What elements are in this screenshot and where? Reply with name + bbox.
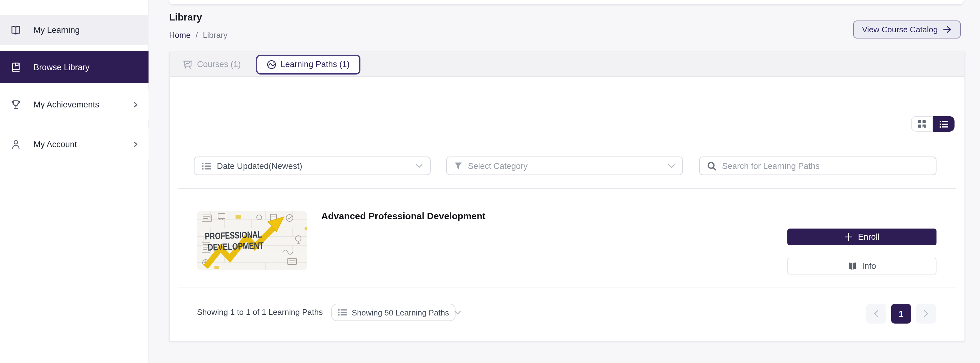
search-input[interactable]: [722, 161, 928, 170]
learning-path-thumbnail[interactable]: PROFESSIONAL DEVELOPMENT: [197, 211, 307, 270]
tab-courses[interactable]: Courses (1): [183, 59, 241, 69]
top-bar-remnant: [169, 0, 964, 4]
page-size-dropdown[interactable]: Showing 50 Learning Paths: [331, 304, 455, 321]
open-book-filled-icon: [848, 262, 857, 271]
info-button[interactable]: Info: [788, 258, 937, 274]
tab-learning-paths[interactable]: Learning Paths (1): [256, 54, 360, 74]
search-box: [699, 157, 937, 175]
grid-view-button[interactable]: [911, 116, 933, 132]
sidebar-item-my-achievements[interactable]: My Achievements: [0, 89, 148, 120]
divider: [178, 287, 956, 288]
tab-learning-paths-label: Learning Paths (1): [281, 60, 350, 69]
list-ul-icon: [202, 162, 211, 170]
tab-bar: Courses (1) Learning Paths (1): [170, 52, 964, 77]
view-course-catalog-label: View Course Catalog: [862, 25, 938, 34]
list-view-icon: [939, 120, 948, 128]
page-size-value: Showing 50 Learning Paths: [352, 308, 449, 317]
library-content-card: Courses (1) Learning Paths (1): [169, 52, 965, 342]
sidebar-item-label: My Account: [33, 139, 77, 149]
sidebar-item-browse-library[interactable]: Browse Library: [0, 51, 148, 83]
breadcrumb-current: Library: [203, 30, 228, 40]
route-circle-icon: [266, 59, 276, 69]
category-dropdown[interactable]: Select Category: [446, 157, 683, 175]
plus-icon: [844, 233, 852, 241]
enroll-label: Enroll: [858, 232, 879, 242]
sidebar-item-my-learning[interactable]: My Learning: [0, 15, 148, 45]
breadcrumb: Home / Library: [169, 30, 228, 40]
card-body: Date Updated(Newest) Select Category: [170, 77, 964, 342]
results-count-text: Showing 1 to 1 of 1 Learning Paths: [197, 308, 323, 317]
sort-dropdown[interactable]: Date Updated(Newest): [194, 157, 431, 175]
next-page-button[interactable]: [916, 304, 936, 323]
info-label: Info: [862, 262, 876, 271]
category-dropdown-placeholder: Select Category: [468, 161, 662, 170]
user-icon: [11, 139, 21, 149]
bookmark-book-icon: [11, 62, 21, 72]
sidebar-item-label: My Learning: [33, 25, 80, 35]
funnel-icon: [454, 162, 462, 170]
sidebar-item-my-account[interactable]: My Account: [0, 128, 148, 160]
pagination: 1: [866, 304, 936, 323]
page-title: Library: [169, 12, 202, 23]
chevron-down-icon: [416, 164, 423, 168]
previous-page-button[interactable]: [866, 304, 886, 323]
thumbnail-text-line2: DEVELOPMENT: [208, 240, 264, 252]
breadcrumb-separator: /: [196, 30, 197, 40]
tab-courses-label: Courses (1): [197, 60, 241, 69]
search-icon: [707, 161, 716, 170]
open-book-icon: [11, 25, 21, 35]
sidebar-item-label: My Achievements: [33, 100, 99, 109]
sort-dropdown-value: Date Updated(Newest): [217, 161, 410, 170]
view-course-catalog-button[interactable]: View Course Catalog: [853, 21, 961, 38]
chevron-left-icon: [874, 310, 879, 317]
sidebar: My Learning Browse Library: [0, 0, 148, 363]
grid-view-icon: [918, 120, 926, 128]
chevron-right-icon: [923, 310, 928, 317]
chevron-right-icon: [133, 101, 138, 107]
page-1-button[interactable]: 1: [891, 304, 911, 323]
list-view-button[interactable]: [933, 116, 955, 132]
list-ul-icon: [338, 309, 347, 316]
learning-path-title: Advanced Professional Development: [321, 211, 486, 221]
trophy-icon: [11, 99, 21, 109]
chevron-right-icon: [133, 141, 138, 147]
enroll-button[interactable]: Enroll: [788, 228, 937, 245]
arrow-right-icon: [943, 25, 952, 33]
thumbnail-text-line1: PROFESSIONAL: [205, 229, 262, 241]
chevron-down-icon: [668, 164, 675, 168]
breadcrumb-home-link[interactable]: Home: [169, 30, 191, 40]
library-page: My Learning Browse Library: [0, 0, 980, 363]
presentation-chart-icon: [183, 59, 192, 69]
chevron-down-icon: [454, 310, 461, 315]
view-toggle: [911, 116, 955, 132]
divider: [178, 188, 956, 189]
sidebar-item-label: Browse Library: [33, 62, 89, 72]
